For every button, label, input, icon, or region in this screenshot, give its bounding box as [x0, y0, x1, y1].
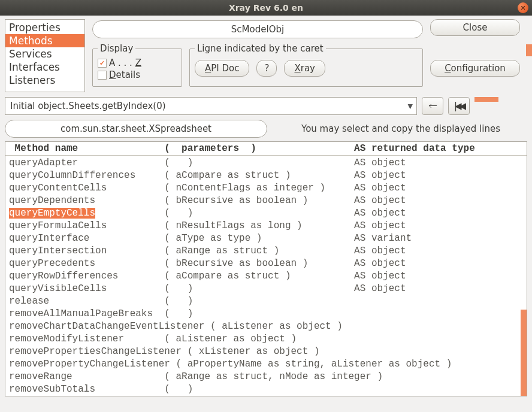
rewind-button[interactable]: |◀◀ [448, 97, 470, 115]
category-list[interactable]: PropertiesMethodsServicesInterfacesListe… [5, 19, 85, 92]
back-button[interactable]: 🡐 [422, 97, 443, 115]
table-row[interactable]: queryVisibleCells ( ) AS object [9, 283, 523, 295]
scroll-indicator-icon [526, 44, 532, 56]
table-row[interactable]: removeChartDataChangeEventListener ( aLi… [9, 320, 523, 333]
window-titlebar: Xray Rev 6.0 en ✕ [0, 0, 532, 16]
table-row[interactable]: removeModifyListener ( aListener as obje… [9, 333, 523, 346]
nav-item-properties[interactable]: Properties [5, 21, 84, 34]
api-doc-button[interactable]: API Doc [195, 60, 249, 77]
nav-item-services[interactable]: Services [5, 47, 84, 60]
nav-item-interfaces[interactable]: Interfaces [5, 60, 84, 74]
object-name-field: ScModelObj [92, 20, 423, 38]
configuration-button[interactable]: Configuration [430, 60, 520, 77]
table-row[interactable]: removePropertiesChangeListener ( xListen… [9, 346, 523, 358]
table-row[interactable]: queryEmptyCells ( ) AS object [9, 207, 523, 220]
table-row[interactable]: queryColumnDifferences ( aCompare as str… [9, 169, 523, 182]
table-row[interactable]: queryPrecedents ( bRecursive as boolean … [9, 258, 523, 270]
table-row[interactable]: removeRange ( aRange as struct, nMode as… [9, 371, 523, 383]
display-group: Display A . . . Z Details [92, 43, 182, 87]
az-label: A . . . Z [109, 57, 141, 68]
window-close-icon[interactable]: ✕ [518, 2, 528, 13]
display-legend: Display [98, 43, 135, 54]
table-row[interactable]: removePropertyChangeListener ( aProperty… [9, 358, 523, 371]
table-row[interactable]: queryIntersection ( aRange as struct ) A… [9, 245, 523, 258]
path-combo[interactable]: Initial object.Sheets.getByIndex(0) ▼ [5, 97, 417, 115]
interface-text: com.sun.star.sheet.XSpreadsheet [61, 123, 211, 134]
nav-item-listeners[interactable]: Listeners [5, 74, 84, 87]
progress-indicator-icon [474, 97, 498, 102]
methods-table[interactable]: Method name ( parameters ) AS returned d… [5, 141, 527, 396]
chevron-down-icon: ▼ [408, 102, 413, 110]
close-button[interactable]: Close [430, 19, 520, 36]
window-title: Xray Rev 6.0 en [229, 3, 303, 13]
table-header: Method name ( parameters ) AS returned d… [5, 142, 527, 156]
caret-legend: Ligne indicated by the caret [195, 43, 326, 54]
az-checkbox[interactable] [98, 59, 107, 68]
table-row[interactable]: removeAllManualPageBreaks ( ) [9, 308, 523, 320]
table-row[interactable]: queryRowDifferences ( aCompare as struct… [9, 270, 523, 283]
table-row[interactable]: queryInterface ( aType as type ) AS vari… [9, 232, 523, 245]
interface-field: com.sun.star.sheet.XSpreadsheet [5, 120, 267, 138]
help-button[interactable]: ? [256, 60, 277, 77]
table-row[interactable]: queryFormulaCells ( nResultFlags as long… [9, 220, 523, 232]
table-row[interactable]: queryDependents ( bRecursive as boolean … [9, 195, 523, 207]
caret-group: Ligne indicated by the caret API Doc ? X… [189, 43, 423, 87]
table-row[interactable]: queryAdapter ( ) AS object [9, 157, 523, 169]
table-body[interactable]: queryAdapter ( ) AS objectqueryColumnDif… [5, 156, 527, 396]
hint-text: You may select and copy the displayed li… [274, 123, 527, 134]
details-label: Details [109, 69, 140, 80]
xray-button[interactable]: Xray [284, 60, 325, 77]
table-row[interactable]: removeSubTotals ( ) [9, 383, 523, 396]
nav-item-methods[interactable]: Methods [5, 34, 84, 47]
table-row[interactable]: queryContentCells ( nContentFlags as int… [9, 182, 523, 195]
scrollbar-thumb[interactable] [521, 310, 527, 396]
object-name-text: ScModelObj [231, 24, 284, 35]
table-row[interactable]: release ( ) [9, 295, 523, 308]
path-text: Initial object.Sheets.getByIndex(0) [10, 101, 166, 111]
details-checkbox[interactable] [98, 71, 107, 80]
